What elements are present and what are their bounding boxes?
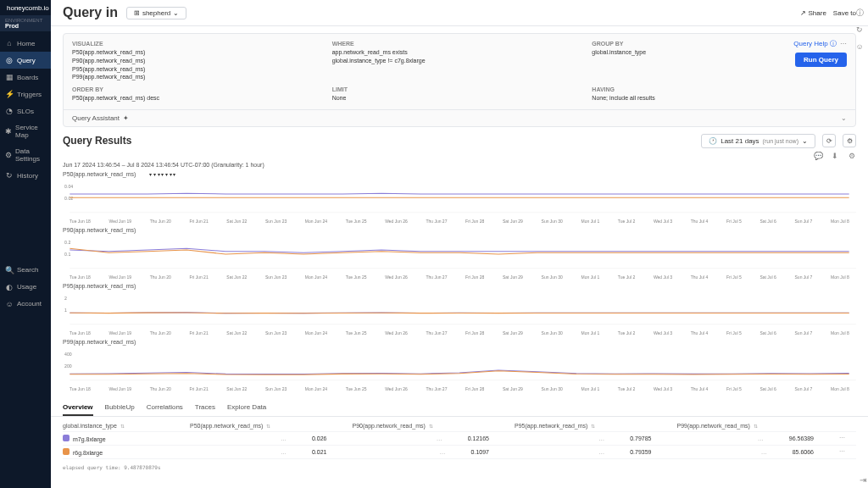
query-assistant-toggle[interactable]: Query Assistant ✦ ⌄ (64, 109, 855, 126)
nav-usage[interactable]: ◐Usage (0, 279, 51, 296)
clock-icon: 🕐 (709, 137, 717, 145)
refresh-button[interactable]: ⟳ (822, 134, 836, 147)
visualize-section[interactable]: VISUALIZE P50(app.network_read_ms)P90(ap… (72, 41, 327, 81)
where-label: WHERE (332, 41, 587, 47)
tab-explore-data[interactable]: Explore Data (227, 400, 266, 416)
slos-icon: ◔ (5, 107, 14, 115)
table-row[interactable]: r6g.8xlarge …0.021 …0.1097 …0.79359 …85.… (63, 446, 856, 459)
query-help-link[interactable]: Query Help ⓘ⋯ (793, 39, 847, 48)
chart-title: P95(app.network_read_ms) (63, 283, 136, 289)
limit-section[interactable]: LIMIT None (332, 86, 587, 103)
orderby-label: ORDER BY (72, 86, 327, 92)
charts-container: P50(app.network_read_ms)▾ ▾ ▾ ▾ ▾ ▾ ▾ 0.… (51, 171, 868, 391)
svg-text:1: 1 (64, 308, 67, 313)
triggers-icon: ⚡ (5, 90, 14, 98)
svg-text:2: 2 (64, 296, 67, 301)
environment-selector[interactable]: ENVIRONMENT Prod (0, 15, 51, 31)
results-title: Query Results (63, 135, 131, 147)
svg-text:400: 400 (64, 352, 72, 357)
nav-slos[interactable]: ◔SLOs (0, 103, 51, 119)
comment-icon[interactable]: 💬 (814, 152, 822, 160)
where-section[interactable]: WHERE app.network_read_ms existsglobal.i… (332, 41, 587, 81)
info-icon[interactable]: ⓘ (855, 8, 864, 17)
chart-plot[interactable]: 0.2 0.1 (63, 235, 856, 274)
chart-plot[interactable]: 0.04 0.02 (63, 179, 856, 218)
nav-history[interactable]: ↻History (0, 167, 51, 184)
nav-service-map[interactable]: ✱Service Map (0, 119, 51, 143)
share-button[interactable]: ↗ Share (800, 9, 826, 17)
chevron-down-icon: ⌄ (802, 137, 808, 145)
chart-1: P90(app.network_read_ms) 0.2 0.1 Tue Jun… (63, 227, 856, 280)
page-header: Query in ⊞ shepherd ⌄ ↗ Share Save to (51, 0, 868, 26)
nav: ⌂Home◎Query▦Boards⚡Triggers◔SLOs✱Service… (0, 31, 51, 258)
chart-2: P95(app.network_read_ms) 2 1 Tue Jun 18W… (63, 283, 856, 336)
brand-logo[interactable]: honeycomb.io (0, 0, 51, 15)
main-content: Query in ⊞ shepherd ⌄ ↗ Share Save to ⓘ … (51, 0, 868, 488)
chart-0: P50(app.network_read_ms)▾ ▾ ▾ ▾ ▾ ▾ ▾ 0.… (63, 171, 856, 224)
nav-triggers[interactable]: ⚡Triggers (0, 86, 51, 103)
limit-label: LIMIT (332, 86, 587, 92)
query-icon: ◎ (5, 56, 14, 64)
gear-icon[interactable]: ⚙ (848, 152, 856, 160)
svg-text:0.02: 0.02 (64, 196, 73, 201)
visualize-label: VISUALIZE (72, 41, 327, 47)
collapse-icon[interactable]: ⇥ (860, 475, 866, 485)
elapsed-time: elapsed query time: 9.487870879s (51, 463, 868, 472)
tab-correlations[interactable]: Correlations (147, 400, 183, 416)
results-tabs: OverviewBubbleUpCorrelationsTracesExplor… (51, 395, 868, 417)
search-icon: 🔍 (5, 266, 14, 274)
orderby-section[interactable]: ORDER BY P50(app.network_read_ms) desc (72, 86, 327, 103)
having-section[interactable]: HAVING None; include all results (592, 86, 847, 103)
chart-title: P90(app.network_read_ms) (63, 227, 136, 233)
nav-home[interactable]: ⌂Home (0, 35, 51, 52)
tab-bubbleup[interactable]: BubbleUp (105, 400, 135, 416)
results-table: global.instance_type⇅P50(app.network_rea… (51, 417, 868, 463)
download-icon[interactable]: ⬇ (831, 152, 839, 160)
dataset-selector[interactable]: ⊞ shepherd ⌄ (126, 7, 186, 19)
nav-query[interactable]: ◎Query (0, 52, 51, 69)
home-icon: ⌂ (5, 39, 14, 47)
table-row[interactable]: m7g.8xlarge …0.026 …0.12165 …0.79785 …96… (63, 432, 856, 446)
history-icon: ↻ (5, 171, 14, 180)
svg-text:0.2: 0.2 (64, 240, 70, 245)
dataset-name: shepherd (142, 9, 170, 17)
boards-icon: ▦ (5, 73, 14, 81)
query-builder: VISUALIZE P50(app.network_read_ms)P90(ap… (63, 33, 856, 127)
results-timestamp: Jun 17 2024 13:46:54 – Jul 8 2024 13:46:… (51, 162, 868, 171)
env-name: Prod (5, 23, 46, 29)
sparkle-icon: ✦ (123, 114, 129, 122)
settings-button[interactable]: ⚙ (843, 134, 856, 147)
tab-overview[interactable]: Overview (63, 400, 93, 416)
chart-plot[interactable]: 400 200 (63, 347, 856, 385)
brand-text: honeycomb.io (7, 4, 49, 12)
data settings-icon: ⚙ (5, 151, 12, 159)
sidebar: honeycomb.io ENVIRONMENT Prod ⌂Home◎Quer… (0, 0, 51, 488)
svg-text:0.04: 0.04 (64, 184, 73, 189)
svg-text:0.1: 0.1 (64, 252, 70, 257)
tab-traces[interactable]: Traces (195, 400, 215, 416)
chevron-down-icon: ⌄ (173, 9, 179, 17)
dataset-icon: ⊞ (134, 9, 140, 17)
svg-text:200: 200 (64, 363, 72, 369)
row-menu[interactable]: ⋯ (839, 435, 856, 441)
chart-plot[interactable]: 2 1 (63, 291, 856, 330)
nav-bottom: 🔍Search◐Usage☺Account (0, 258, 51, 489)
row-menu[interactable]: ⋯ (839, 448, 856, 455)
time-range-selector[interactable]: 🕐 Last 21 days (run just now) ⌄ (701, 134, 815, 148)
page-title: Query in (63, 5, 118, 20)
chevron-down-icon: ⌄ (841, 114, 847, 122)
team-icon[interactable]: ☺ (855, 42, 864, 51)
service map-icon: ✱ (5, 127, 12, 136)
usage-icon: ◐ (5, 283, 14, 291)
chart-title: P50(app.network_read_ms) (63, 171, 136, 177)
run-query-button[interactable]: Run Query (795, 53, 847, 67)
nav-data-settings[interactable]: ⚙Data Settings (0, 143, 51, 167)
nav-search[interactable]: 🔍Search (0, 262, 51, 279)
having-label: HAVING (592, 86, 847, 92)
account-icon: ☺ (5, 300, 14, 308)
history-icon[interactable]: ↻ (855, 25, 864, 34)
chart-title: P99(app.network_read_ms) (63, 339, 136, 345)
nav-account[interactable]: ☺Account (0, 296, 51, 313)
chart-3: P99(app.network_read_ms) 400 200 Tue Jun… (63, 339, 856, 391)
nav-boards[interactable]: ▦Boards (0, 69, 51, 86)
